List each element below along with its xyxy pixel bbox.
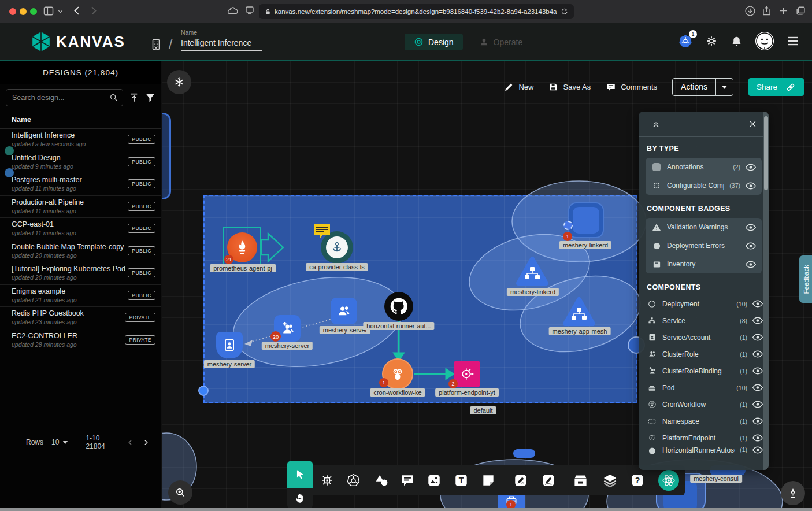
badge-row[interactable]: Validation Warnings (646, 218, 762, 236)
tool-component[interactable] (318, 472, 336, 489)
kanvas-logo[interactable]: KANVAS (32, 31, 125, 52)
design-row[interactable]: [Tutorial] Exploring Kubernetes Pod upda… (0, 262, 161, 285)
by-type-row[interactable]: Annotations (2) (646, 158, 762, 176)
eye-icon[interactable] (752, 384, 763, 391)
design-row[interactable]: Postgres multi-master updated 11 minutes… (0, 173, 161, 196)
design-row[interactable]: EC2-CONTROLLER updated 28 minutes ago PR… (0, 329, 161, 352)
actions-dropdown[interactable]: Actions (672, 78, 733, 96)
component-row[interactable]: ClusterRoleBinding (1) (639, 362, 769, 379)
tool-sticky-note[interactable] (480, 472, 497, 489)
by-type-row[interactable]: Configurable Compon (37) (646, 176, 762, 195)
tab-design[interactable]: Design (405, 34, 463, 50)
eye-icon[interactable] (752, 434, 763, 442)
component-row[interactable]: CronWorkflow (1) (639, 396, 769, 413)
cloud-icon[interactable] (227, 5, 239, 17)
tool-image[interactable] (425, 472, 443, 489)
eye-icon[interactable] (746, 242, 756, 250)
organization-icon[interactable] (150, 38, 162, 51)
node-meshery-linkerd-deployment[interactable] (568, 202, 604, 238)
design-row[interactable]: Enigma example updated 21 minutes ago PU… (0, 285, 161, 308)
comments-button[interactable]: Comments (606, 82, 657, 92)
page-size-select[interactable]: 10 (51, 438, 68, 446)
filter-icon[interactable] (145, 92, 155, 103)
save-as-button[interactable]: Save As (548, 82, 591, 92)
tool-pen[interactable] (512, 472, 529, 489)
design-row[interactable]: Production-alt Pipeline updated 11 minut… (0, 196, 161, 219)
tool-text[interactable]: T (453, 472, 470, 489)
comment-marker-icon[interactable] (313, 223, 331, 239)
design-row[interactable]: Intelligent Inference updated a few seco… (0, 129, 161, 151)
design-name-input[interactable] (181, 36, 262, 51)
tool-drawer[interactable] (572, 472, 589, 489)
forward-icon[interactable] (88, 5, 99, 16)
eye-icon[interactable] (752, 350, 763, 358)
new-button[interactable]: New (504, 82, 533, 92)
selection-handle[interactable] (198, 386, 209, 396)
component-row[interactable]: ServiceAccount (1) (639, 329, 769, 346)
chevron-down-icon[interactable] (57, 8, 64, 14)
search-input[interactable] (6, 89, 123, 106)
badge-row[interactable]: Deployment Errors (646, 236, 762, 255)
pen-tool-button[interactable] (781, 481, 805, 505)
eye-icon[interactable] (746, 224, 756, 231)
share-button[interactable]: Share (748, 78, 804, 96)
download-icon[interactable] (744, 5, 756, 17)
eye-icon[interactable] (752, 367, 763, 375)
component-row[interactable]: Deployment (10) (639, 295, 769, 312)
notifications-bell-icon[interactable] (731, 35, 743, 47)
tool-pan[interactable] (287, 488, 313, 509)
collapse-panel-icon[interactable] (651, 120, 661, 129)
design-row[interactable]: Untitled Design updated 9 minutes ago PU… (0, 151, 161, 174)
tool-layers[interactable] (601, 472, 618, 489)
tool-meshery[interactable] (658, 469, 680, 491)
page-icon[interactable] (244, 5, 255, 16)
node-meshery-linkerd-service[interactable] (516, 256, 549, 286)
badge-row[interactable]: Inventory (646, 255, 762, 273)
component-row[interactable]: ClusterRole (1) (639, 346, 769, 362)
eye-icon[interactable] (746, 164, 756, 171)
component-row[interactable]: PlatformEndpoint (1) (639, 429, 769, 446)
settings-gear-icon[interactable] (705, 35, 718, 47)
component-row[interactable]: HorizontalRunnerAutosc (1) (639, 446, 769, 454)
avatar[interactable] (755, 32, 774, 50)
component-row[interactable]: Service (8) (639, 312, 769, 329)
component-row[interactable]: Pod (10) (639, 379, 769, 396)
column-header-name[interactable]: Name (0, 111, 161, 129)
panel-scrollbar[interactable] (763, 112, 769, 470)
node-meshery-server-clusterrole[interactable] (331, 298, 357, 324)
import-design-icon[interactable] (129, 92, 139, 103)
node-meshery-app-mesh[interactable] (562, 297, 596, 327)
panel-scrollbar-thumb[interactable] (764, 116, 768, 190)
design-row[interactable]: Redis PHP Guestbook updated 23 minutes a… (0, 307, 161, 329)
eye-icon[interactable] (746, 182, 756, 190)
freeze-layout-button[interactable] (167, 70, 191, 94)
menu-icon[interactable] (787, 36, 799, 46)
tool-select[interactable] (287, 461, 313, 488)
tool-shapes[interactable] (373, 472, 390, 489)
design-row[interactable]: Double Bubble Map Template-copy updated … (0, 240, 161, 263)
close-window-button[interactable] (9, 8, 16, 15)
tool-pencil[interactable] (540, 472, 557, 489)
feedback-tab[interactable]: Feedback (799, 255, 812, 303)
url-bar[interactable]: kanvas.new/extension/meshmap?mode=design… (259, 4, 574, 19)
eye-icon[interactable] (752, 334, 763, 341)
prev-page-icon[interactable] (127, 439, 134, 446)
new-tab-icon[interactable] (778, 5, 789, 16)
kubernetes-context-icon[interactable]: 1 (678, 34, 692, 48)
share-icon[interactable] (761, 5, 772, 16)
tool-comment[interactable] (399, 472, 416, 489)
next-page-icon[interactable] (142, 439, 150, 446)
sidebar-toggle-icon[interactable] (43, 5, 54, 17)
tabs-overview-icon[interactable] (795, 5, 806, 16)
tool-kubernetes[interactable] (344, 472, 362, 489)
node-horizontal-runner[interactable] (384, 292, 413, 321)
actions-caret-icon[interactable] (715, 79, 733, 95)
zoom-button[interactable] (168, 480, 192, 505)
eye-icon[interactable] (746, 261, 756, 268)
tab-operate[interactable]: Operate (470, 34, 532, 50)
eye-icon[interactable] (752, 446, 763, 454)
eye-icon[interactable] (752, 317, 763, 324)
zoom-window-button[interactable] (30, 8, 37, 15)
minimize-window-button[interactable] (20, 8, 27, 15)
design-row[interactable]: GCP-east-01 updated 11 minutes ago PUBLI… (0, 218, 161, 240)
